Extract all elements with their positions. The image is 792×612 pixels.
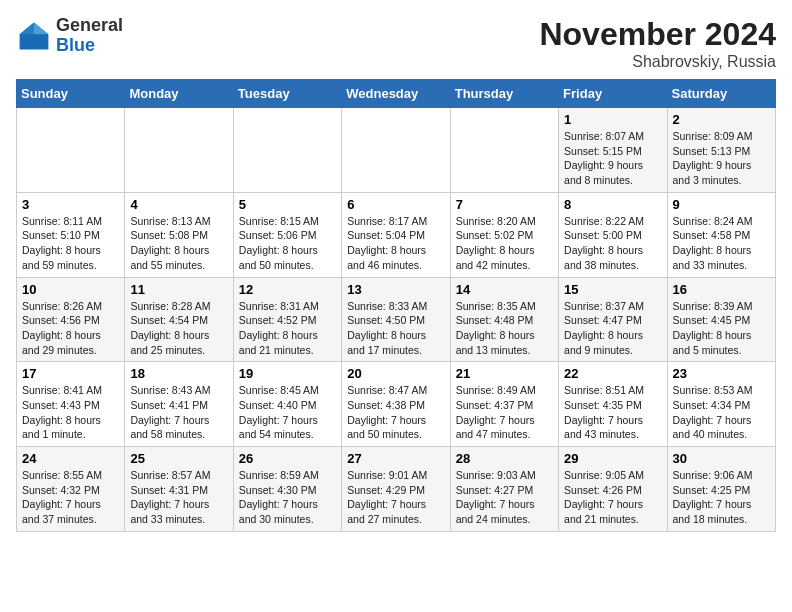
calendar-cell: 9Sunrise: 8:24 AM Sunset: 4:58 PM Daylig… <box>667 192 775 277</box>
day-info: Sunrise: 8:11 AM Sunset: 5:10 PM Dayligh… <box>22 214 119 273</box>
calendar-cell <box>233 108 341 193</box>
day-info: Sunrise: 8:13 AM Sunset: 5:08 PM Dayligh… <box>130 214 227 273</box>
day-info: Sunrise: 8:55 AM Sunset: 4:32 PM Dayligh… <box>22 468 119 527</box>
day-info: Sunrise: 8:59 AM Sunset: 4:30 PM Dayligh… <box>239 468 336 527</box>
day-info: Sunrise: 8:37 AM Sunset: 4:47 PM Dayligh… <box>564 299 661 358</box>
page-header: General Blue November 2024 Shabrovskiy, … <box>16 16 776 71</box>
calendar-cell: 17Sunrise: 8:41 AM Sunset: 4:43 PM Dayli… <box>17 362 125 447</box>
day-number: 22 <box>564 366 661 381</box>
calendar-cell <box>125 108 233 193</box>
day-info: Sunrise: 9:01 AM Sunset: 4:29 PM Dayligh… <box>347 468 444 527</box>
day-info: Sunrise: 8:22 AM Sunset: 5:00 PM Dayligh… <box>564 214 661 273</box>
day-info: Sunrise: 8:51 AM Sunset: 4:35 PM Dayligh… <box>564 383 661 442</box>
day-info: Sunrise: 9:05 AM Sunset: 4:26 PM Dayligh… <box>564 468 661 527</box>
calendar-cell: 3Sunrise: 8:11 AM Sunset: 5:10 PM Daylig… <box>17 192 125 277</box>
calendar-cell: 7Sunrise: 8:20 AM Sunset: 5:02 PM Daylig… <box>450 192 558 277</box>
day-info: Sunrise: 8:17 AM Sunset: 5:04 PM Dayligh… <box>347 214 444 273</box>
calendar-week-row: 10Sunrise: 8:26 AM Sunset: 4:56 PM Dayli… <box>17 277 776 362</box>
day-info: Sunrise: 8:28 AM Sunset: 4:54 PM Dayligh… <box>130 299 227 358</box>
day-number: 10 <box>22 282 119 297</box>
calendar-cell: 22Sunrise: 8:51 AM Sunset: 4:35 PM Dayli… <box>559 362 667 447</box>
day-info: Sunrise: 8:57 AM Sunset: 4:31 PM Dayligh… <box>130 468 227 527</box>
calendar-cell: 23Sunrise: 8:53 AM Sunset: 4:34 PM Dayli… <box>667 362 775 447</box>
day-number: 23 <box>673 366 770 381</box>
title-block: November 2024 Shabrovskiy, Russia <box>539 16 776 71</box>
calendar-cell: 14Sunrise: 8:35 AM Sunset: 4:48 PM Dayli… <box>450 277 558 362</box>
day-number: 6 <box>347 197 444 212</box>
calendar-cell: 19Sunrise: 8:45 AM Sunset: 4:40 PM Dayli… <box>233 362 341 447</box>
calendar-cell: 24Sunrise: 8:55 AM Sunset: 4:32 PM Dayli… <box>17 447 125 532</box>
day-header-wednesday: Wednesday <box>342 80 450 108</box>
calendar-header-row: SundayMondayTuesdayWednesdayThursdayFrid… <box>17 80 776 108</box>
calendar-week-row: 24Sunrise: 8:55 AM Sunset: 4:32 PM Dayli… <box>17 447 776 532</box>
day-info: Sunrise: 8:15 AM Sunset: 5:06 PM Dayligh… <box>239 214 336 273</box>
day-info: Sunrise: 8:41 AM Sunset: 4:43 PM Dayligh… <box>22 383 119 442</box>
day-header-tuesday: Tuesday <box>233 80 341 108</box>
day-number: 13 <box>347 282 444 297</box>
day-number: 24 <box>22 451 119 466</box>
day-number: 11 <box>130 282 227 297</box>
logo: General Blue <box>16 16 123 56</box>
day-header-thursday: Thursday <box>450 80 558 108</box>
calendar-cell: 15Sunrise: 8:37 AM Sunset: 4:47 PM Dayli… <box>559 277 667 362</box>
day-number: 14 <box>456 282 553 297</box>
day-number: 7 <box>456 197 553 212</box>
day-header-saturday: Saturday <box>667 80 775 108</box>
day-info: Sunrise: 8:43 AM Sunset: 4:41 PM Dayligh… <box>130 383 227 442</box>
day-info: Sunrise: 8:45 AM Sunset: 4:40 PM Dayligh… <box>239 383 336 442</box>
day-number: 18 <box>130 366 227 381</box>
day-info: Sunrise: 8:35 AM Sunset: 4:48 PM Dayligh… <box>456 299 553 358</box>
day-number: 3 <box>22 197 119 212</box>
calendar-cell: 2Sunrise: 8:09 AM Sunset: 5:13 PM Daylig… <box>667 108 775 193</box>
calendar-cell: 25Sunrise: 8:57 AM Sunset: 4:31 PM Dayli… <box>125 447 233 532</box>
day-number: 29 <box>564 451 661 466</box>
day-number: 17 <box>22 366 119 381</box>
day-number: 1 <box>564 112 661 127</box>
calendar-cell: 6Sunrise: 8:17 AM Sunset: 5:04 PM Daylig… <box>342 192 450 277</box>
calendar-cell <box>342 108 450 193</box>
day-info: Sunrise: 9:06 AM Sunset: 4:25 PM Dayligh… <box>673 468 770 527</box>
day-info: Sunrise: 8:47 AM Sunset: 4:38 PM Dayligh… <box>347 383 444 442</box>
day-number: 15 <box>564 282 661 297</box>
day-info: Sunrise: 8:49 AM Sunset: 4:37 PM Dayligh… <box>456 383 553 442</box>
calendar-cell: 5Sunrise: 8:15 AM Sunset: 5:06 PM Daylig… <box>233 192 341 277</box>
calendar-cell: 20Sunrise: 8:47 AM Sunset: 4:38 PM Dayli… <box>342 362 450 447</box>
calendar-week-row: 1Sunrise: 8:07 AM Sunset: 5:15 PM Daylig… <box>17 108 776 193</box>
day-info: Sunrise: 8:07 AM Sunset: 5:15 PM Dayligh… <box>564 129 661 188</box>
day-number: 30 <box>673 451 770 466</box>
calendar-cell: 21Sunrise: 8:49 AM Sunset: 4:37 PM Dayli… <box>450 362 558 447</box>
logo-icon <box>16 18 52 54</box>
calendar-cell: 18Sunrise: 8:43 AM Sunset: 4:41 PM Dayli… <box>125 362 233 447</box>
day-number: 4 <box>130 197 227 212</box>
day-number: 12 <box>239 282 336 297</box>
calendar-cell: 27Sunrise: 9:01 AM Sunset: 4:29 PM Dayli… <box>342 447 450 532</box>
calendar-cell <box>17 108 125 193</box>
logo-text: General Blue <box>56 16 123 56</box>
day-number: 28 <box>456 451 553 466</box>
day-header-monday: Monday <box>125 80 233 108</box>
day-number: 19 <box>239 366 336 381</box>
calendar-cell: 10Sunrise: 8:26 AM Sunset: 4:56 PM Dayli… <box>17 277 125 362</box>
day-info: Sunrise: 8:09 AM Sunset: 5:13 PM Dayligh… <box>673 129 770 188</box>
svg-marker-1 <box>34 22 48 34</box>
calendar-cell: 29Sunrise: 9:05 AM Sunset: 4:26 PM Dayli… <box>559 447 667 532</box>
day-info: Sunrise: 8:26 AM Sunset: 4:56 PM Dayligh… <box>22 299 119 358</box>
day-number: 16 <box>673 282 770 297</box>
calendar-cell: 13Sunrise: 8:33 AM Sunset: 4:50 PM Dayli… <box>342 277 450 362</box>
location-subtitle: Shabrovskiy, Russia <box>539 53 776 71</box>
calendar-cell: 8Sunrise: 8:22 AM Sunset: 5:00 PM Daylig… <box>559 192 667 277</box>
day-number: 26 <box>239 451 336 466</box>
day-info: Sunrise: 8:24 AM Sunset: 4:58 PM Dayligh… <box>673 214 770 273</box>
calendar-week-row: 3Sunrise: 8:11 AM Sunset: 5:10 PM Daylig… <box>17 192 776 277</box>
day-info: Sunrise: 8:53 AM Sunset: 4:34 PM Dayligh… <box>673 383 770 442</box>
calendar-cell: 12Sunrise: 8:31 AM Sunset: 4:52 PM Dayli… <box>233 277 341 362</box>
day-number: 20 <box>347 366 444 381</box>
day-header-friday: Friday <box>559 80 667 108</box>
day-number: 27 <box>347 451 444 466</box>
day-info: Sunrise: 9:03 AM Sunset: 4:27 PM Dayligh… <box>456 468 553 527</box>
calendar-cell: 28Sunrise: 9:03 AM Sunset: 4:27 PM Dayli… <box>450 447 558 532</box>
calendar-cell: 4Sunrise: 8:13 AM Sunset: 5:08 PM Daylig… <box>125 192 233 277</box>
day-info: Sunrise: 8:33 AM Sunset: 4:50 PM Dayligh… <box>347 299 444 358</box>
calendar-cell: 11Sunrise: 8:28 AM Sunset: 4:54 PM Dayli… <box>125 277 233 362</box>
month-title: November 2024 <box>539 16 776 53</box>
